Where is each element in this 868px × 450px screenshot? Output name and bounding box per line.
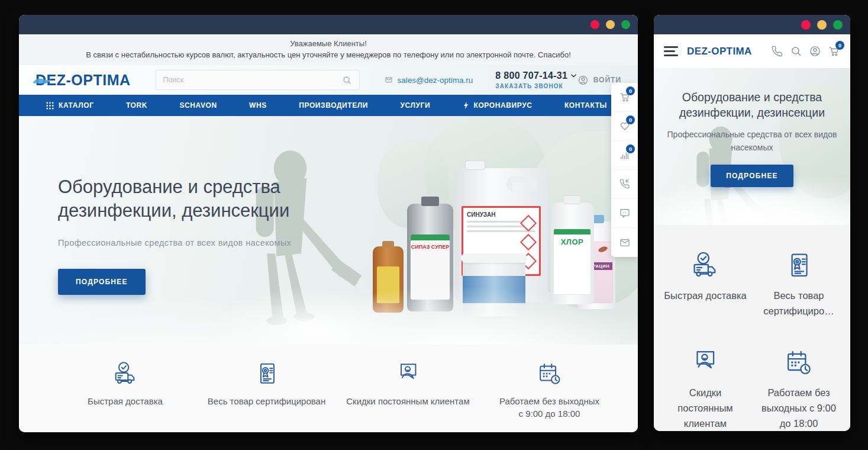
hero-banner: СИНУЗАН СИПАЗ СУПЕР xyxy=(19,116,638,345)
phone-icon[interactable] xyxy=(771,45,783,57)
nav-item-services[interactable]: УСЛУГИ xyxy=(400,101,430,110)
chevron-down-icon xyxy=(571,74,576,78)
traffic-light-red-icon xyxy=(801,20,811,30)
nav-label: WHS xyxy=(249,101,267,110)
toolbar-cart-button[interactable]: 0 xyxy=(611,83,638,112)
logo[interactable]: DEZ-OPTIMA xyxy=(687,46,752,57)
toolbar-email-button[interactable] xyxy=(611,228,638,257)
favorites-badge: 0 xyxy=(626,115,635,124)
nav-item-whs[interactable]: WHS xyxy=(249,101,267,110)
feature-discounts: Скидки постоянным клиентам xyxy=(659,347,752,431)
nav-label: КОРОНАВИРУС xyxy=(474,101,533,110)
callback-link[interactable]: ЗАКАЗАТЬ ЗВОНОК xyxy=(495,83,576,89)
calendar-clock-icon xyxy=(783,347,814,378)
mosquito-image xyxy=(598,246,608,253)
mail-icon xyxy=(385,76,393,84)
nav-label: КАТАЛОГ xyxy=(59,101,94,110)
feature-label: Быстрая доставка xyxy=(662,288,748,303)
toolbar-callback-button[interactable] xyxy=(611,170,638,199)
search-input[interactable] xyxy=(163,76,342,84)
phone-text: 8 800 707-14-31 xyxy=(495,70,567,81)
notice-message: В связи с нестабильностью курсов валют, … xyxy=(19,50,638,59)
nav-label: УСЛУГИ xyxy=(400,101,430,110)
bottle-cap xyxy=(563,195,581,204)
hero-title-line2: дезинфекции, дезинсекции xyxy=(58,199,291,223)
traffic-light-green-icon xyxy=(833,20,843,30)
nav-label: КОНТАКТЫ xyxy=(564,101,607,110)
mobile-hero-text: Оборудование и средства дезинфекции, дез… xyxy=(654,68,850,187)
feature-certified: Весь товар сертифициро… xyxy=(752,250,846,319)
menu-icon[interactable] xyxy=(664,46,678,56)
traffic-light-yellow-icon xyxy=(817,20,827,30)
lightning-icon xyxy=(463,101,469,110)
nav-item-catalog[interactable]: КАТАЛОГ xyxy=(46,101,94,110)
nav-item-manufacturers[interactable]: ПРОИЗВОДИТЕЛИ xyxy=(299,101,368,110)
cart-button[interactable]: 0 xyxy=(828,45,840,57)
product-label xyxy=(377,266,399,303)
product-label: СИПАЗ СУПЕР xyxy=(411,234,450,300)
desktop-mockup: Уважаемые Клиенты! В связи с нестабильно… xyxy=(19,15,638,432)
mobile-mockup: DEZ-OPTIMA 0 Оборудование и средства дез… xyxy=(654,15,850,431)
chat-icon xyxy=(619,207,631,219)
logo-wave-icon xyxy=(32,77,52,86)
traffic-light-green-icon xyxy=(621,20,630,29)
calendar-clock-icon xyxy=(536,360,563,387)
toolbar-chat-button[interactable] xyxy=(611,199,638,228)
feature-label-line2: с 9:00 до 18:00 xyxy=(479,407,620,420)
nav-item-contacts[interactable]: КОНТАКТЫ xyxy=(564,101,607,110)
certificate-icon xyxy=(253,360,280,387)
canister-handle xyxy=(506,176,537,192)
toolbar-compare-button[interactable]: 0 xyxy=(611,141,638,170)
user-icon[interactable] xyxy=(809,45,821,57)
phone-number[interactable]: 8 800 707-14-31 xyxy=(495,70,576,81)
grid-icon xyxy=(46,102,54,110)
feature-work-hours: Работаем без выходных с 9:00 до 18:00 xyxy=(479,360,620,420)
feature-label: Работаем без выходных с 9:00 до 18:00 xyxy=(756,385,842,431)
feature-label: Скидки постоянным клиентам xyxy=(662,385,748,431)
search-icon[interactable] xyxy=(342,75,352,85)
floating-toolbar: 0 0 0 xyxy=(611,83,638,257)
bottle-cap xyxy=(382,241,394,248)
compare-badge: 0 xyxy=(626,144,635,153)
search-icon[interactable] xyxy=(790,45,802,57)
hero-more-button[interactable]: ПОДРОБНЕЕ xyxy=(58,269,146,295)
mail-icon xyxy=(619,237,631,249)
features-row: Быстрая доставка Весь товар сертифициров… xyxy=(19,345,638,432)
email-link[interactable]: sales@dez-optima.ru xyxy=(385,76,473,85)
email-text: sales@dez-optima.ru xyxy=(398,76,473,85)
product-bottle-silver: СИПАЗ СУПЕР xyxy=(407,204,453,311)
nav-label: TORK xyxy=(126,101,147,110)
mobile-header-icons: 0 xyxy=(771,45,840,57)
nav-item-coronavirus[interactable]: КОРОНАВИРУС xyxy=(463,101,533,110)
search-box[interactable] xyxy=(156,70,360,90)
mobile-hero-banner: Оборудование и средства дезинфекции, дез… xyxy=(654,68,850,225)
main-nav: КАТАЛОГ TORK SCHAVON WHS ПРОИЗВОДИТЕЛИ У… xyxy=(19,95,638,116)
hero-title-line1: Оборудование и средства xyxy=(654,89,850,105)
nav-item-schavon[interactable]: SCHAVON xyxy=(179,101,217,110)
callback-phone-icon xyxy=(619,178,631,190)
hero-title-line2: дезинфекции, дезинсекции xyxy=(654,105,850,120)
feature-fast-delivery: Быстрая доставка xyxy=(659,250,752,319)
hero-subtitle: Профессиональные средства от всех видов … xyxy=(654,128,850,154)
notice-bar: Уважаемые Клиенты! В связи с нестабильно… xyxy=(19,34,638,65)
feature-label: Работаем без выходных с 9:00 до 18:00 xyxy=(479,395,620,420)
traffic-light-red-icon xyxy=(591,20,599,29)
hero-title-line1: Оборудование и средства xyxy=(58,175,291,199)
nav-label: ПРОИЗВОДИТЕЛИ xyxy=(299,101,368,110)
delivery-truck-icon xyxy=(112,360,139,387)
hero-more-button[interactable]: ПОДРОБНЕЕ xyxy=(711,165,793,187)
toolbar-favorites-button[interactable]: 0 xyxy=(611,112,638,141)
client-chat-icon xyxy=(395,360,422,387)
cart-badge: 0 xyxy=(835,41,844,50)
delivery-truck-icon xyxy=(690,250,721,281)
feature-fast-delivery: Быстрая доставка xyxy=(54,360,196,407)
browser-titlebar xyxy=(654,15,850,34)
product-label: ХЛОР xyxy=(553,229,591,295)
bottle-cap xyxy=(465,160,485,170)
nav-label: SCHAVON xyxy=(179,101,217,110)
logo[interactable]: DEZ-OPTIMA xyxy=(36,72,131,89)
nav-item-tork[interactable]: TORK xyxy=(126,101,147,110)
hero-subtitle: Профессиональные средства от всех видов … xyxy=(58,238,291,247)
tub-lid xyxy=(461,253,527,263)
feature-work-hours: Работаем без выходных с 9:00 до 18:00 xyxy=(752,347,846,431)
